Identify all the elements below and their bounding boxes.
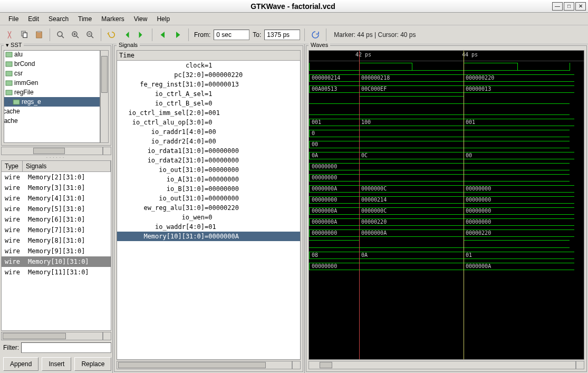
sigvals-hscroll[interactable] <box>117 361 292 369</box>
signal-value-row[interactable]: clock=1 <box>117 61 300 70</box>
list-item[interactable]: wireMemory[7][31:0] <box>2 225 111 235</box>
col-type[interactable]: Type <box>2 161 23 171</box>
menu-time[interactable]: Time <box>74 14 96 24</box>
refresh-icon[interactable] <box>309 28 322 41</box>
nav-next-icon[interactable] <box>171 28 184 41</box>
wave-row[interactable] <box>309 94 584 106</box>
signal-value-row[interactable]: io_wen=0 <box>117 213 300 222</box>
paste-icon[interactable] <box>33 28 45 41</box>
list-item[interactable]: wireMemory[2][31:0] <box>2 172 111 183</box>
replace-button[interactable]: Replace <box>74 357 111 371</box>
maximize-button[interactable]: □ <box>564 2 574 11</box>
tree-item[interactable]: ·····-regFile <box>4 88 100 97</box>
wave-row[interactable]: 0000000A0000022000000000 <box>309 216 584 227</box>
append-button[interactable]: Append <box>3 357 38 371</box>
wave-row[interactable]: 001100001 <box>309 117 584 128</box>
tree-item[interactable]: ···+icache <box>4 116 100 126</box>
wave-row[interactable]: 0000000A0000000C00000000 <box>309 205 584 216</box>
wave-row[interactable]: 000000000000000A00000220 <box>309 227 584 238</box>
signal-value-row[interactable]: io_out[31:0]=00000000 <box>117 194 300 203</box>
wave-row[interactable]: 00000000 <box>309 161 584 172</box>
list-item[interactable]: wireMemory[3][31:0] <box>2 183 111 193</box>
zoom-in-icon[interactable] <box>69 28 82 41</box>
svg-rect-2 <box>36 32 42 38</box>
hierarchy-tree[interactable]: ······alu······brCond·····+csr······immG… <box>4 50 100 143</box>
signal-value-row[interactable]: io_ctrl_A_sel=1 <box>117 89 300 99</box>
wave-row[interactable] <box>309 238 584 250</box>
wave-row[interactable]: 00000000 <box>309 172 584 183</box>
copy-icon[interactable] <box>18 28 31 41</box>
tree-item[interactable]: ······brCond <box>4 59 100 69</box>
to-label: To: <box>253 31 261 39</box>
tree-vscroll[interactable] <box>100 50 109 143</box>
menu-help[interactable]: Help <box>152 14 174 24</box>
menu-view[interactable]: View <box>130 14 152 24</box>
list-item[interactable]: wireMemory[8][31:0] <box>2 235 111 246</box>
filter-input[interactable] <box>21 342 111 353</box>
signal-value-row[interactable]: io_waddr[4:0]=01 <box>117 222 300 232</box>
signal-value-row[interactable]: io_ctrl_alu_op[3:0]=0 <box>117 118 300 127</box>
close-button[interactable]: ✕ <box>575 2 586 11</box>
toolbar: From: To: Marker: 44 ps | Cursor: 40 ps <box>0 25 588 44</box>
list-item[interactable]: wireMemory[9][31:0] <box>2 246 111 256</box>
signal-value-row[interactable]: io_out[31:0]=00000000 <box>117 165 300 175</box>
signal-value-row[interactable]: io_B[31:0]=00000000 <box>117 184 300 194</box>
wave-row[interactable]: 0A0C00 <box>309 150 584 161</box>
wave-row[interactable]: 000000214000000218000000220 <box>309 72 584 83</box>
svg-rect-1 <box>23 33 27 37</box>
wave-row[interactable]: 000000000000000A <box>309 261 584 272</box>
wave-row[interactable]: 080A01 <box>309 250 584 261</box>
nav-prev-icon[interactable] <box>157 28 169 41</box>
menu-markers[interactable]: Markers <box>97 14 128 24</box>
wave-row[interactable] <box>309 61 584 72</box>
tree-hscroll[interactable] <box>1 147 103 155</box>
cut-icon[interactable] <box>3 28 16 41</box>
to-input[interactable] <box>264 30 300 40</box>
tree-item[interactable]: ······alu <box>4 50 100 59</box>
tree-item[interactable]: ···+dcache <box>4 107 100 116</box>
list-item[interactable]: wireMemory[10][31:0] <box>2 256 111 267</box>
wave-row[interactable]: 00A0051300C000EF00000013 <box>309 83 584 94</box>
zoom-fit-icon[interactable] <box>54 28 67 41</box>
tree-item[interactable]: ······immGen <box>4 78 100 88</box>
svg-line-11 <box>91 35 94 38</box>
signal-value-row[interactable]: io_ctrl_imm_sel[2:0]=001 <box>117 108 300 118</box>
wave-canvas[interactable]: 42 ps44 ps 00000021400000021800000022000… <box>309 50 584 360</box>
from-input[interactable] <box>214 30 249 40</box>
insert-button[interactable]: Insert <box>42 357 71 371</box>
signal-value-row[interactable]: io_rdata2[31:0]=00000000 <box>117 156 300 165</box>
list-item[interactable]: wireMemory[4][31:0] <box>2 193 111 204</box>
signal-value-row[interactable]: ew_reg_alu[31:0]=00000220 <box>117 203 300 213</box>
wave-row[interactable]: 000000000000021400000000 <box>309 194 584 205</box>
signal-value-row[interactable]: pc[32:0]=000000220 <box>117 70 300 80</box>
tree-item[interactable]: ·····+csr <box>4 69 100 78</box>
signal-value-row[interactable]: io_ctrl_B_sel=0 <box>117 99 300 108</box>
wave-hscroll[interactable] <box>309 361 576 369</box>
signal-value-row[interactable]: fe_reg_inst[31:0]=00000013 <box>117 80 300 89</box>
menu-file[interactable]: File <box>4 14 23 24</box>
list-item[interactable]: wireMemory[6][31:0] <box>2 214 111 225</box>
tree-item[interactable]: ·······regs_e <box>4 97 100 107</box>
signal-values[interactable]: clock=1pc[32:0]=000000220fe_reg_inst[31:… <box>117 61 301 360</box>
list-item[interactable]: wireMemory[11][31:0] <box>2 267 111 278</box>
col-signals[interactable]: Signals <box>23 161 111 171</box>
menu-search[interactable]: Search <box>44 14 73 24</box>
zoom-out-icon[interactable] <box>84 28 97 41</box>
wave-row[interactable]: 0000000A0000000C00000000 <box>309 183 584 194</box>
signal-value-row[interactable]: io_rdata1[31:0]=00000000 <box>117 146 300 156</box>
wave-row[interactable]: 00 <box>309 139 584 150</box>
signal-value-row[interactable]: io_raddr1[4:0]=00 <box>117 127 300 137</box>
wave-row[interactable]: 0 <box>309 128 584 139</box>
minimize-button[interactable]: — <box>552 2 563 11</box>
nav-first-icon[interactable] <box>120 28 133 41</box>
signal-value-row[interactable]: Memory[10][31:0]=0000000A <box>117 232 300 241</box>
signal-value-row[interactable]: io_raddr2[4:0]=00 <box>117 137 300 146</box>
wave-row[interactable] <box>309 106 584 117</box>
signal-value-row[interactable]: io_A[31:0]=00000000 <box>117 175 300 184</box>
sst-splitter[interactable]: ······ <box>0 155 112 159</box>
menu-edit[interactable]: Edit <box>24 14 43 24</box>
undo-icon[interactable] <box>105 28 118 41</box>
siglist-hscroll[interactable] <box>1 332 103 340</box>
nav-last-icon[interactable] <box>135 28 148 41</box>
list-item[interactable]: wireMemory[5][31:0] <box>2 204 111 214</box>
